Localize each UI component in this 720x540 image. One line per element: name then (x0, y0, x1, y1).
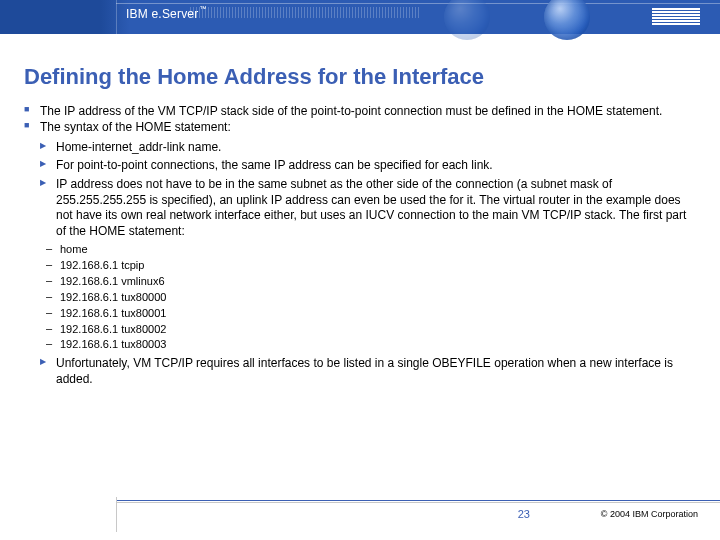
footer-rule (116, 500, 720, 501)
header-separator (116, 0, 117, 34)
header-orb-icon (544, 0, 590, 40)
list-item: home (46, 242, 696, 257)
list-item: The syntax of the HOME statement: (24, 120, 696, 135)
list-item: 192.168.6.1 tux80003 (46, 337, 696, 352)
page-number: 23 (518, 508, 530, 520)
list-item: The IP address of the VM TCP/IP stack si… (24, 104, 696, 119)
list-item: 192.168.6.1 vmlinux6 (46, 274, 696, 289)
list-item: For point-to-point connections, the same… (40, 158, 696, 174)
ibm-logo-icon (652, 8, 700, 26)
slide: IBM e.Server™ Defining the Home Address … (0, 0, 720, 540)
list-item: 192.168.6.1 tcpip (46, 258, 696, 273)
list-item: IP address does not have to be in the sa… (40, 177, 696, 239)
brand-pre: IBM e.Server (126, 7, 198, 21)
copyright-text: © 2004 IBM Corporation (601, 509, 698, 519)
bullet-list-level2-tail: Unfortunately, VM TCP/IP requires all in… (24, 356, 696, 387)
list-item: 192.168.6.1 tux80000 (46, 290, 696, 305)
header-rule (116, 3, 720, 4)
bullet-list-level3: home 192.168.6.1 tcpip 192.168.6.1 vmlin… (24, 242, 696, 352)
footer: 23 © 2004 IBM Corporation (0, 500, 720, 526)
page-title: Defining the Home Address for the Interf… (24, 64, 696, 90)
list-item: Home-internet_addr-link name. (40, 140, 696, 156)
bullet-list-level1: The IP address of the VM TCP/IP stack si… (24, 104, 696, 136)
footer-rule (116, 502, 720, 503)
header-orb-icon (444, 0, 490, 40)
list-item: Unfortunately, VM TCP/IP requires all in… (40, 356, 696, 387)
content-area: The IP address of the VM TCP/IP stack si… (24, 104, 696, 390)
header-bar: IBM e.Server™ (0, 0, 720, 34)
bullet-list-level2: Home-internet_addr-link name. For point-… (24, 140, 696, 240)
list-item: 192.168.6.1 tux80001 (46, 306, 696, 321)
list-item: 192.168.6.1 tux80002 (46, 322, 696, 337)
header-hatch-texture (190, 7, 420, 18)
footer-separator (116, 497, 117, 532)
